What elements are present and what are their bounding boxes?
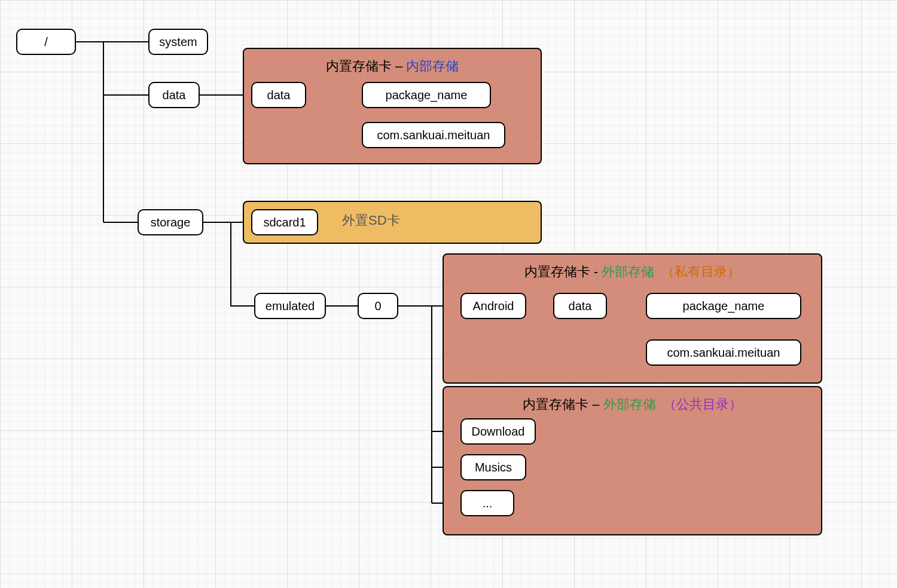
node-root: / xyxy=(16,29,76,55)
node-zero: 0 xyxy=(358,293,398,319)
group-extpub-title: 内置存储卡 – 外部存储 （公共目录） xyxy=(452,396,813,414)
group-internal-title: 内置存储卡 – 内部存储 xyxy=(252,57,532,75)
node-com-sankuai-1: com.sankuai.meituan xyxy=(362,122,505,148)
group-extpub-sep: – xyxy=(588,397,603,412)
node-package-name: package_name xyxy=(362,82,491,108)
group-extpub-note: （公共目录） xyxy=(663,397,742,412)
node-ellipsis: ... xyxy=(460,490,514,516)
group-extpriv-title: 内置存储卡 - 外部存储 （私有目录） xyxy=(452,263,813,281)
diagram-canvas: 内置存储卡 – 内部存储 外置SD卡 内置存储卡 - 外部存储 （私有目录） 内… xyxy=(0,0,897,588)
group-extpriv-sep: - xyxy=(590,264,602,279)
node-musics: Musics xyxy=(460,454,526,480)
node-android: Android xyxy=(460,293,526,319)
node-package-name-ext: package_name xyxy=(646,293,801,319)
node-system: system xyxy=(148,29,208,55)
group-extpriv-note: （私有目录） xyxy=(661,264,740,279)
node-data-ext: data xyxy=(553,293,607,319)
node-com-sankuai-2: com.sankuai.meituan xyxy=(646,339,801,366)
group-extpriv-label: 外部存储 xyxy=(602,264,654,279)
group-extpriv-prefix: 内置存储卡 xyxy=(524,264,590,279)
group-extpub-label: 外部存储 xyxy=(603,397,656,412)
group-sdcard-title: 外置SD卡 xyxy=(342,212,532,229)
group-extpub-prefix: 内置存储卡 xyxy=(523,397,588,412)
node-sdcard1: sdcard1 xyxy=(251,209,318,235)
group-internal-label: 内部存储 xyxy=(406,59,459,74)
node-download: Download xyxy=(460,418,536,445)
group-internal-sep: – xyxy=(392,59,406,74)
group-sdcard-label: 外置SD卡 xyxy=(342,213,400,228)
node-storage: storage xyxy=(138,209,203,235)
node-data-inner: data xyxy=(251,82,306,108)
group-internal-prefix: 内置存储卡 xyxy=(326,59,392,74)
node-emulated: emulated xyxy=(254,293,326,319)
node-data: data xyxy=(148,82,200,108)
